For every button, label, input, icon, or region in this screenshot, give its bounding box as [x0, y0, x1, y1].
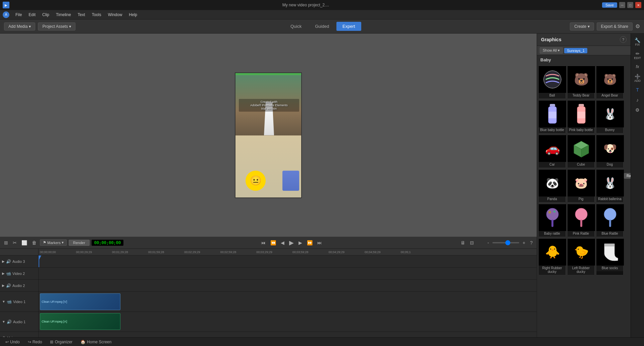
- graphic-right-rubber-ducky[interactable]: 🐥 Right Rubber ducky: [538, 238, 566, 275]
- tl-step-forward[interactable]: ⏩: [306, 239, 314, 246]
- mode-expert-button[interactable]: Expert: [336, 22, 361, 31]
- mode-guided-button[interactable]: Guided: [309, 22, 335, 31]
- graphics-help-button[interactable]: ?: [620, 36, 627, 43]
- fix-icon: 🔧: [635, 38, 640, 43]
- graphic-blue-baby-bottle[interactable]: Blue baby bottle: [538, 100, 566, 133]
- graphic-panda[interactable]: 🐼 Panda: [538, 169, 566, 203]
- mode-quick-button[interactable]: Quick: [284, 22, 308, 31]
- audio-button[interactable]: ♪: [632, 96, 643, 104]
- graphic-pig[interactable]: 🐷 Pig: [567, 169, 595, 203]
- render-button[interactable]: Render: [69, 240, 90, 246]
- audio1-clip[interactable]: Clean UP.mpeg [A]: [40, 313, 120, 330]
- add-media-button[interactable]: Add Media ▾: [4, 22, 35, 31]
- menu-clip[interactable]: Clip: [39, 12, 53, 18]
- graphic-rabbit-ballerina[interactable]: 🐰 Rabbit ballerina Rabbit ballerina: [596, 169, 624, 203]
- menu-tools[interactable]: Tools: [89, 12, 105, 18]
- playhead-marker: [39, 255, 41, 260]
- organizer-icon: ⊞: [50, 340, 53, 344]
- tl-step-back[interactable]: ⏪: [269, 239, 277, 246]
- organizer-button[interactable]: ⊞ Organizer: [47, 339, 75, 345]
- settings-button[interactable]: ⚙: [635, 23, 640, 30]
- graphic-baby-rattle[interactable]: Baby rattle: [538, 204, 566, 237]
- graphic-car[interactable]: 🚗 Car: [538, 135, 566, 168]
- redo-button[interactable]: ↪ Redo: [25, 339, 45, 345]
- video1-clip[interactable]: Clean UP.mpeg [V]: [40, 293, 120, 310]
- close-button[interactable]: ✕: [635, 2, 641, 8]
- undo-button[interactable]: ↩ Undo: [3, 339, 22, 345]
- graphic-pink-rattle[interactable]: Pink Rattle: [567, 204, 595, 237]
- svg-rect-12: [551, 220, 553, 227]
- show-all-button[interactable]: Show All ▾: [540, 47, 563, 54]
- settings2-button[interactable]: ⚙: [632, 106, 643, 114]
- tl-play[interactable]: ▶: [288, 238, 295, 247]
- graphics-row-6: 🐥 Right Rubber ducky 🐤 Left Rubber ducky: [538, 238, 629, 275]
- maximize-button[interactable]: □: [627, 2, 633, 8]
- tl-monitor-btn[interactable]: 🖥: [459, 239, 467, 246]
- menu-window[interactable]: Window: [105, 12, 126, 18]
- menu-timeline[interactable]: Timeline: [53, 12, 74, 18]
- blue-bottle-label: Blue baby bottle: [539, 127, 566, 133]
- preview-video: Created withAdobe® Premiere Elementstria…: [235, 72, 302, 198]
- create-button[interactable]: Create ▾: [570, 22, 594, 31]
- graphic-left-rubber-ducky[interactable]: 🐤 Left Rubber ducky: [567, 238, 595, 275]
- track-audio2-expand[interactable]: ▶: [2, 284, 5, 287]
- graphic-bunny[interactable]: 🐰 Bunny: [596, 100, 624, 133]
- menu-file[interactable]: File: [12, 12, 25, 18]
- menu-text[interactable]: Text: [74, 12, 89, 18]
- tl-play-end[interactable]: ⏭: [316, 239, 323, 246]
- graphic-blue-rattle[interactable]: Blue Rattle: [596, 204, 624, 237]
- tl-zoom-in[interactable]: +: [521, 239, 527, 246]
- track-video2-name: Video 2: [12, 272, 25, 276]
- sunrays-tag[interactable]: Sunrays_1: [564, 48, 587, 53]
- baby-rattle-thumb: [539, 204, 566, 231]
- graphic-teddy-bear[interactable]: 🐻 Teddy Bear: [567, 66, 595, 99]
- graphic-ball[interactable]: Ball: [538, 66, 566, 99]
- timeline-tracks: ▶ 🔊 Audio 3 ▶ 📹 Video 2 ▶ 🔊 Audio: [0, 249, 537, 337]
- track-video1-expand[interactable]: ▼: [2, 300, 5, 303]
- project-assets-button[interactable]: Project Assets ▾: [38, 22, 75, 31]
- save-button[interactable]: Save: [602, 2, 617, 8]
- video-bottom-frame: 😐: [235, 135, 302, 197]
- tl-select-tool[interactable]: ⊞: [3, 239, 9, 246]
- tl-help[interactable]: ?: [529, 239, 534, 246]
- track-audio1-expand[interactable]: ▼: [2, 320, 5, 324]
- graphic-cube[interactable]: Cube: [567, 135, 595, 168]
- track-content[interactable]: 00;00;00;00 00;00;29;29 00;01;29;28 00;0…: [39, 249, 537, 337]
- tl-prev-frame[interactable]: ◀: [279, 239, 286, 246]
- graphic-pink-baby-bottle[interactable]: Pink baby bottle: [567, 100, 595, 133]
- text-button[interactable]: T: [632, 86, 643, 94]
- export-share-button[interactable]: Export & Share: [597, 22, 633, 31]
- minimize-button[interactable]: ─: [619, 2, 625, 8]
- fx-button[interactable]: fx: [632, 63, 643, 70]
- home-screen-button[interactable]: 🏠 Home Screen: [78, 339, 114, 345]
- audio-icon: ♪: [636, 97, 639, 103]
- graphic-angel-bear[interactable]: 🐻 Angel Bear: [596, 66, 624, 99]
- redo-icon: ↪: [28, 340, 31, 344]
- track-video1-name: Video 1: [13, 300, 25, 304]
- tl-play-start[interactable]: ⏮: [260, 239, 267, 246]
- cube-label: Cube: [568, 162, 594, 168]
- video1-clip-label: Clean UP.mpeg [V]: [42, 300, 67, 303]
- angel-bear-thumb: 🐻: [596, 66, 624, 93]
- add-button[interactable]: ➕ ADD: [632, 72, 643, 84]
- edit-button[interactable]: ✏ EDIT: [632, 50, 643, 61]
- undo-icon: ↩: [5, 340, 9, 344]
- graphic-dog[interactable]: 🐶 Dog: [596, 135, 624, 168]
- tl-split-view[interactable]: ⊟: [469, 239, 475, 246]
- show-all-bar: Show All ▾ Sunrays_1: [537, 46, 631, 55]
- watermark-text: Created withAdobe® Premiere Elementstria…: [239, 99, 299, 112]
- graphic-blue-socks[interactable]: Blue socks: [596, 238, 624, 275]
- menu-help[interactable]: Help: [125, 12, 141, 18]
- zoom-slider[interactable]: [492, 242, 519, 243]
- tl-next-frame[interactable]: ▶: [297, 239, 304, 246]
- tl-delete-tool[interactable]: 🗑: [31, 239, 38, 246]
- tl-split-tool[interactable]: ✂: [11, 239, 18, 246]
- markers-button[interactable]: ⚑ Markers ▾: [40, 239, 67, 246]
- tl-fit-tool[interactable]: ⬜: [20, 239, 29, 246]
- menu-edit[interactable]: Edit: [25, 12, 39, 18]
- blue-rattle-label: Blue Rattle: [596, 231, 623, 237]
- track-video2-expand[interactable]: ▶: [2, 272, 5, 275]
- tl-zoom-out[interactable]: -: [486, 239, 490, 246]
- fix-button[interactable]: 🔧 FIX: [632, 36, 643, 48]
- track-audio3-expand[interactable]: ▶: [2, 260, 5, 263]
